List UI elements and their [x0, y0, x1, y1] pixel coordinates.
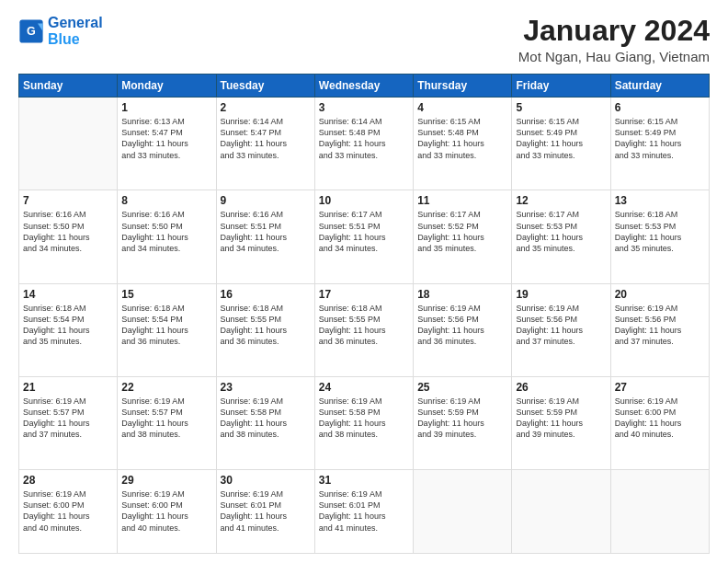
- calendar-cell: 7Sunrise: 6:16 AM Sunset: 5:50 PM Daylig…: [19, 190, 118, 283]
- day-info: Sunrise: 6:19 AM Sunset: 5:56 PM Dayligh…: [615, 303, 705, 348]
- day-info: Sunrise: 6:15 AM Sunset: 5:49 PM Dayligh…: [516, 116, 606, 161]
- day-info: Sunrise: 6:19 AM Sunset: 5:58 PM Dayligh…: [221, 396, 311, 441]
- calendar-cell: [512, 470, 610, 554]
- logo-text: General Blue: [48, 15, 103, 47]
- day-number: 13: [615, 194, 705, 207]
- day-number: 6: [615, 101, 705, 114]
- day-info: Sunrise: 6:19 AM Sunset: 5:57 PM Dayligh…: [23, 396, 113, 441]
- day-number: 4: [417, 101, 507, 114]
- calendar-cell: [19, 98, 118, 190]
- calendar-cell: 6Sunrise: 6:15 AM Sunset: 5:49 PM Daylig…: [610, 98, 709, 190]
- calendar-cell: 28Sunrise: 6:19 AM Sunset: 6:00 PM Dayli…: [19, 470, 118, 554]
- calendar-cell: 21Sunrise: 6:19 AM Sunset: 5:57 PM Dayli…: [19, 376, 118, 469]
- day-number: 24: [319, 381, 409, 394]
- calendar: Sunday Monday Tuesday Wednesday Thursday…: [18, 74, 710, 554]
- week-row-2: 14Sunrise: 6:18 AM Sunset: 5:54 PM Dayli…: [19, 283, 710, 376]
- calendar-cell: 15Sunrise: 6:18 AM Sunset: 5:54 PM Dayli…: [118, 283, 216, 376]
- svg-text:G: G: [27, 25, 36, 38]
- calendar-cell: [414, 470, 512, 554]
- day-number: 22: [121, 381, 211, 394]
- calendar-cell: 4Sunrise: 6:15 AM Sunset: 5:48 PM Daylig…: [414, 98, 512, 190]
- week-row-1: 7Sunrise: 6:16 AM Sunset: 5:50 PM Daylig…: [19, 190, 710, 283]
- day-number: 14: [23, 288, 113, 301]
- day-info: Sunrise: 6:16 AM Sunset: 5:50 PM Dayligh…: [23, 209, 113, 254]
- day-info: Sunrise: 6:17 AM Sunset: 5:51 PM Dayligh…: [319, 209, 409, 254]
- day-number: 30: [221, 474, 311, 487]
- day-info: Sunrise: 6:19 AM Sunset: 6:00 PM Dayligh…: [121, 488, 211, 534]
- calendar-cell: 5Sunrise: 6:15 AM Sunset: 5:49 PM Daylig…: [512, 98, 610, 190]
- calendar-cell: 18Sunrise: 6:19 AM Sunset: 5:56 PM Dayli…: [414, 283, 512, 376]
- week-row-3: 21Sunrise: 6:19 AM Sunset: 5:57 PM Dayli…: [19, 376, 710, 469]
- calendar-cell: 11Sunrise: 6:17 AM Sunset: 5:52 PM Dayli…: [414, 190, 512, 283]
- calendar-cell: 23Sunrise: 6:19 AM Sunset: 5:58 PM Dayli…: [216, 376, 314, 469]
- day-info: Sunrise: 6:15 AM Sunset: 5:49 PM Dayligh…: [615, 116, 705, 161]
- day-info: Sunrise: 6:19 AM Sunset: 6:00 PM Dayligh…: [23, 488, 113, 534]
- weekday-header-row: Sunday Monday Tuesday Wednesday Thursday…: [19, 75, 710, 98]
- calendar-table: Sunday Monday Tuesday Wednesday Thursday…: [18, 74, 710, 554]
- day-info: Sunrise: 6:18 AM Sunset: 5:54 PM Dayligh…: [23, 303, 113, 348]
- day-info: Sunrise: 6:19 AM Sunset: 6:01 PM Dayligh…: [221, 488, 311, 534]
- week-row-4: 28Sunrise: 6:19 AM Sunset: 6:00 PM Dayli…: [19, 470, 710, 554]
- day-number: 27: [615, 381, 705, 394]
- day-info: Sunrise: 6:18 AM Sunset: 5:53 PM Dayligh…: [615, 209, 705, 254]
- day-number: 8: [121, 194, 211, 207]
- day-number: 20: [615, 288, 705, 301]
- calendar-cell: 1Sunrise: 6:13 AM Sunset: 5:47 PM Daylig…: [118, 98, 216, 190]
- calendar-cell: 24Sunrise: 6:19 AM Sunset: 5:58 PM Dayli…: [314, 376, 413, 469]
- calendar-cell: 30Sunrise: 6:19 AM Sunset: 6:01 PM Dayli…: [216, 470, 314, 554]
- title-block: January 2024 Mot Ngan, Hau Giang, Vietna…: [518, 15, 710, 64]
- day-number: 3: [319, 101, 409, 114]
- day-number: 12: [516, 194, 606, 207]
- day-number: 18: [417, 288, 507, 301]
- day-number: 15: [121, 288, 211, 301]
- day-number: 7: [23, 194, 113, 207]
- location: Mot Ngan, Hau Giang, Vietnam: [518, 49, 710, 64]
- day-info: Sunrise: 6:19 AM Sunset: 6:00 PM Dayligh…: [615, 396, 705, 441]
- day-number: 5: [516, 101, 606, 114]
- day-info: Sunrise: 6:13 AM Sunset: 5:47 PM Dayligh…: [121, 116, 211, 161]
- calendar-cell: 19Sunrise: 6:19 AM Sunset: 5:56 PM Dayli…: [512, 283, 610, 376]
- calendar-cell: 8Sunrise: 6:16 AM Sunset: 5:50 PM Daylig…: [118, 190, 216, 283]
- calendar-cell: 3Sunrise: 6:14 AM Sunset: 5:48 PM Daylig…: [314, 98, 413, 190]
- day-number: 10: [319, 194, 409, 207]
- day-number: 19: [516, 288, 606, 301]
- day-info: Sunrise: 6:19 AM Sunset: 5:56 PM Dayligh…: [516, 303, 606, 348]
- day-number: 2: [221, 101, 311, 114]
- header-monday: Monday: [118, 75, 216, 98]
- header-friday: Friday: [512, 75, 610, 98]
- page: G General Blue January 2024 Mot Ngan, Ha…: [0, 0, 728, 563]
- calendar-cell: 2Sunrise: 6:14 AM Sunset: 5:47 PM Daylig…: [216, 98, 314, 190]
- day-info: Sunrise: 6:19 AM Sunset: 5:56 PM Dayligh…: [417, 303, 507, 348]
- calendar-cell: 25Sunrise: 6:19 AM Sunset: 5:59 PM Dayli…: [414, 376, 512, 469]
- day-number: 29: [121, 474, 211, 487]
- day-info: Sunrise: 6:19 AM Sunset: 5:58 PM Dayligh…: [319, 396, 409, 441]
- day-info: Sunrise: 6:14 AM Sunset: 5:47 PM Dayligh…: [221, 116, 311, 161]
- day-info: Sunrise: 6:18 AM Sunset: 5:55 PM Dayligh…: [319, 303, 409, 348]
- calendar-cell: [610, 470, 709, 554]
- day-number: 23: [221, 381, 311, 394]
- day-info: Sunrise: 6:17 AM Sunset: 5:53 PM Dayligh…: [516, 209, 606, 254]
- day-info: Sunrise: 6:19 AM Sunset: 5:59 PM Dayligh…: [417, 396, 507, 441]
- day-number: 31: [319, 474, 409, 487]
- header-saturday: Saturday: [610, 75, 709, 98]
- logo: G General Blue: [18, 15, 103, 47]
- day-info: Sunrise: 6:18 AM Sunset: 5:54 PM Dayligh…: [121, 303, 211, 348]
- calendar-cell: 16Sunrise: 6:18 AM Sunset: 5:55 PM Dayli…: [216, 283, 314, 376]
- day-number: 11: [417, 194, 507, 207]
- day-info: Sunrise: 6:16 AM Sunset: 5:51 PM Dayligh…: [221, 209, 311, 254]
- logo-icon: G: [18, 18, 44, 44]
- calendar-cell: 20Sunrise: 6:19 AM Sunset: 5:56 PM Dayli…: [610, 283, 709, 376]
- day-info: Sunrise: 6:19 AM Sunset: 5:57 PM Dayligh…: [121, 396, 211, 441]
- calendar-cell: 31Sunrise: 6:19 AM Sunset: 6:01 PM Dayli…: [314, 470, 413, 554]
- month-title: January 2024: [518, 15, 710, 47]
- day-info: Sunrise: 6:18 AM Sunset: 5:55 PM Dayligh…: [221, 303, 311, 348]
- day-info: Sunrise: 6:19 AM Sunset: 5:59 PM Dayligh…: [516, 396, 606, 441]
- header-tuesday: Tuesday: [216, 75, 314, 98]
- calendar-cell: 29Sunrise: 6:19 AM Sunset: 6:00 PM Dayli…: [118, 470, 216, 554]
- day-number: 28: [23, 474, 113, 487]
- week-row-0: 1Sunrise: 6:13 AM Sunset: 5:47 PM Daylig…: [19, 98, 710, 190]
- day-info: Sunrise: 6:16 AM Sunset: 5:50 PM Dayligh…: [121, 209, 211, 254]
- calendar-cell: 14Sunrise: 6:18 AM Sunset: 5:54 PM Dayli…: [19, 283, 118, 376]
- day-number: 21: [23, 381, 113, 394]
- calendar-cell: 27Sunrise: 6:19 AM Sunset: 6:00 PM Dayli…: [610, 376, 709, 469]
